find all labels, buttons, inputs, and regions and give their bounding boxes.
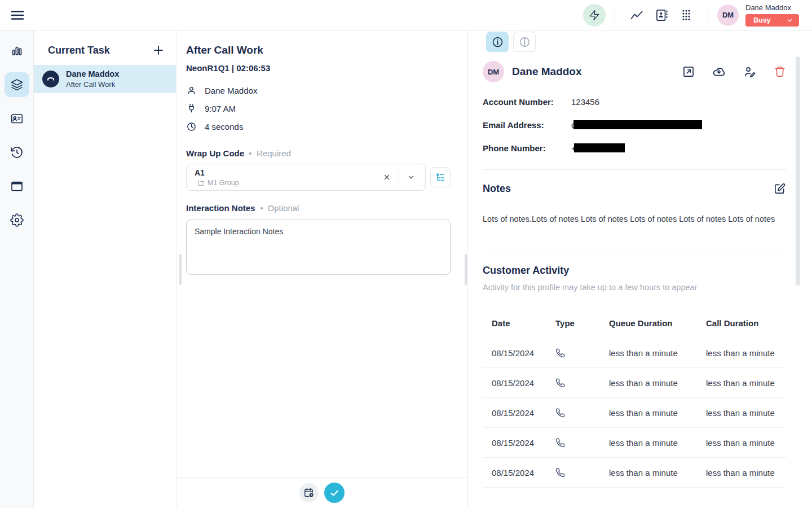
wrap-up-code-label: Wrap Up Code (186, 148, 244, 158)
phone-label: Phone Number: (483, 143, 571, 153)
interaction-notes-label: Interaction Notes (186, 203, 255, 213)
history-icon (10, 146, 24, 159)
user-avatar[interactable]: DM (717, 5, 739, 26)
tab-info[interactable] (486, 32, 509, 52)
quick-connect-button[interactable] (583, 4, 606, 27)
profile-fields: Account Number: 123456 Email Address: c … (483, 95, 812, 155)
email-row: Email Address: c (483, 118, 812, 132)
work-subtitle: NeonR1Q1 | 02:06:53 (186, 63, 451, 73)
delete-contact-button[interactable] (774, 65, 786, 78)
sidebar-item-browser[interactable] (5, 174, 29, 199)
panel-splitter-handle[interactable] (179, 254, 182, 285)
plus-icon (152, 44, 165, 56)
profile-scrollbar-thumb[interactable] (796, 56, 800, 286)
wrap-up-required-label: Required (257, 148, 291, 158)
table-row[interactable]: 08/15/2024 less than a minute less than … (483, 398, 786, 428)
clear-selection-button[interactable] (379, 170, 394, 185)
open-profile-button[interactable] (682, 65, 695, 78)
profile-header: DM Dane Maddox (483, 61, 812, 82)
duration-row: 4 seconds (186, 119, 451, 134)
dialpad-icon (680, 8, 692, 22)
current-task-title: Current Task (48, 45, 110, 56)
layers-icon (10, 78, 24, 91)
connect-time-row: 9:07 AM (186, 101, 451, 116)
cell-queue-duration: less than a minute (609, 348, 706, 358)
topbar-divider (708, 8, 708, 23)
folder-icon (197, 179, 205, 186)
topbar-actions: DM Dane Maddox Busy (583, 3, 799, 27)
customer-activity-title: Customer Activity (483, 265, 812, 277)
duration-value: 4 seconds (205, 122, 243, 132)
wrap-up-group-value: M1 Group (208, 179, 239, 187)
interaction-notes-input[interactable]: Sample Interaction Notes (186, 220, 451, 275)
topbar-divider (615, 8, 615, 23)
profile-name: Dane Maddox (512, 65, 582, 78)
browser-window-icon (10, 179, 24, 193)
wrap-up-code-select[interactable]: A1 M1 Group (186, 164, 426, 191)
section-divider (483, 252, 786, 252)
profile-tabs (471, 32, 812, 52)
notes-content: Lots of notes.Lots of notes Lots of note… (483, 214, 812, 224)
info-icon (492, 36, 504, 48)
download-profile-button[interactable] (712, 65, 726, 78)
task-list-item[interactable]: Dane Maddox After Call Work (34, 65, 176, 93)
complete-task-button[interactable] (324, 483, 345, 503)
sidebar-item-tasks[interactable] (5, 72, 29, 97)
trash-icon (774, 65, 786, 78)
hamburger-icon (10, 9, 25, 21)
sidebar-item-stats[interactable] (5, 38, 29, 63)
schedule-followup-button[interactable] (299, 483, 319, 502)
sidebar-item-history[interactable] (5, 140, 29, 165)
email-label: Email Address: (483, 120, 571, 130)
panel-splitter-handle[interactable] (465, 254, 467, 285)
status-dropdown[interactable]: Busy (745, 14, 799, 27)
edit-contact-button[interactable] (743, 65, 756, 78)
cell-date: 08/15/2024 (492, 438, 555, 448)
activity-table: Date Type Queue Duration Call Duration 0… (483, 314, 812, 488)
cell-call-duration: less than a minute (706, 408, 786, 418)
connect-time: 9:07 AM (205, 104, 236, 113)
dialpad-button[interactable] (676, 5, 696, 25)
interaction-notes-optional-label: Optional (268, 203, 299, 213)
table-row[interactable]: 08/15/2024 less than a minute less than … (483, 428, 786, 458)
col-queue-duration: Queue Duration (609, 318, 706, 328)
contact-card-icon (10, 112, 24, 125)
profile-avatar: DM (483, 61, 504, 82)
sidebar-item-contacts[interactable] (5, 106, 29, 131)
chevron-down-icon (786, 17, 793, 24)
expand-select-button[interactable] (404, 170, 418, 185)
phone-call-icon (555, 408, 609, 418)
table-row[interactable]: 08/15/2024 less than a minute less than … (483, 458, 786, 488)
notes-title: Notes (483, 183, 511, 195)
hamburger-menu-button[interactable] (10, 9, 25, 21)
contacts-button[interactable] (651, 5, 672, 25)
sidebar-item-settings[interactable] (5, 208, 29, 233)
col-call-duration: Call Duration (706, 318, 786, 328)
task-avatar (42, 71, 59, 87)
dot-separator (261, 207, 263, 209)
tab-insights[interactable] (513, 32, 536, 52)
edit-square-icon (773, 182, 786, 195)
add-task-button[interactable] (152, 44, 165, 56)
phone-call-icon (555, 468, 609, 478)
table-row[interactable]: 08/15/2024 less than a minute less than … (483, 368, 786, 398)
reports-button[interactable] (626, 5, 647, 25)
edit-notes-button[interactable] (773, 182, 786, 195)
browse-codes-button[interactable] (430, 167, 451, 187)
user-info: Dane Maddox Busy (745, 3, 799, 27)
cell-queue-duration: less than a minute (609, 468, 706, 478)
work-footer (176, 477, 467, 508)
line-chart-icon (630, 9, 643, 21)
bar-chart-icon (10, 44, 24, 58)
x-icon (383, 173, 391, 181)
table-row[interactable]: 08/15/2024 less than a minute less than … (483, 338, 786, 368)
sidebar-rail (0, 30, 34, 508)
phone-call-icon (555, 438, 609, 448)
person-icon (186, 85, 197, 96)
cell-date: 08/15/2024 (492, 378, 555, 388)
after-call-work-panel: After Call Work NeonR1Q1 | 02:06:53 Dane… (176, 30, 468, 508)
phone-call-icon (555, 378, 609, 388)
cell-call-duration: less than a minute (706, 348, 786, 358)
account-number-row: Account Number: 123456 (483, 95, 812, 108)
select-divider (399, 170, 399, 185)
